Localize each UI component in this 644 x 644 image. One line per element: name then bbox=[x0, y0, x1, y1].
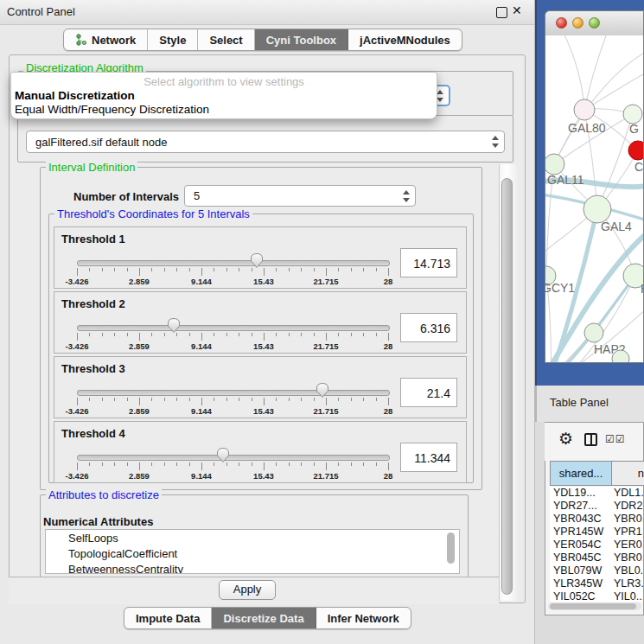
tab-cyni-toolbox[interactable]: Cyni Toolbox bbox=[255, 29, 348, 50]
tick-label: -3.426 bbox=[49, 277, 105, 286]
zoom-traffic-light-icon[interactable] bbox=[589, 17, 600, 29]
slider-thumb[interactable] bbox=[250, 252, 264, 269]
column-header-shared-name[interactable]: shared... bbox=[550, 461, 612, 486]
apply-button[interactable]: Apply bbox=[219, 580, 276, 600]
tick-mark bbox=[189, 268, 190, 271]
table-row[interactable]: YDL19...YDL1... bbox=[550, 487, 643, 500]
table-data-combo[interactable]: galFiltered.sif default node bbox=[26, 131, 505, 153]
tick-label: 28 bbox=[360, 341, 416, 351]
slider-thumb[interactable] bbox=[167, 317, 181, 334]
tick-mark bbox=[338, 333, 339, 336]
table-row[interactable]: YBL079WYBL0... bbox=[550, 564, 643, 577]
attribute-list-item[interactable]: BetweennessCentrality bbox=[46, 561, 459, 574]
threshold-panel: Threshold 2 -3.4262.8599.14415.4321.7152… bbox=[54, 291, 467, 354]
table-row[interactable]: YER054CYER0... bbox=[550, 539, 643, 552]
attribute-list-item[interactable]: TopologicalCoefficient bbox=[46, 545, 459, 561]
checkboxes-icon[interactable]: ☑☑ bbox=[605, 433, 626, 445]
network-node[interactable] bbox=[628, 141, 643, 160]
tab-style[interactable]: Style bbox=[148, 29, 198, 50]
panel-title: Control Panel bbox=[7, 5, 75, 18]
tab-impute-data[interactable]: Impute Data bbox=[124, 608, 212, 628]
tick-mark bbox=[139, 333, 140, 341]
horizontal-scrollbar-thumb[interactable] bbox=[550, 603, 636, 609]
tick-mark bbox=[388, 268, 389, 276]
tick-mark bbox=[189, 333, 190, 336]
slider-thumb[interactable] bbox=[216, 447, 230, 463]
tick-mark bbox=[314, 268, 315, 271]
tick-mark bbox=[314, 398, 315, 401]
node-label: GAL4 bbox=[601, 220, 632, 233]
tick-mark bbox=[289, 268, 290, 271]
network-node[interactable] bbox=[623, 105, 642, 124]
table-rows[interactable]: YDL19...YDL1...YDR27...YDR2...YBR043CYBR… bbox=[550, 487, 643, 602]
threshold-panel: Threshold 3 -3.4262.8599.14415.4321.7152… bbox=[54, 356, 467, 418]
node-label: H bbox=[641, 282, 643, 296]
table-row[interactable]: YPR145WYPR1... bbox=[550, 526, 643, 539]
threshold-label: Threshold 1 bbox=[61, 233, 125, 245]
tab-discretize-data[interactable]: Discretize Data bbox=[212, 608, 316, 628]
threshold-label: Threshold 4 bbox=[61, 427, 125, 440]
menu-item-equal-width-frequency[interactable]: Equal Width/Frequency Discretization bbox=[15, 103, 209, 116]
cell-shared-name: YBR043C bbox=[550, 513, 614, 526]
column-header-name[interactable]: n bbox=[612, 461, 644, 486]
stepper-icon bbox=[402, 190, 410, 202]
tick-mark bbox=[264, 268, 265, 276]
tab-infer-network[interactable]: Infer Network bbox=[316, 608, 411, 628]
threshold-value-field[interactable]: 14.713 bbox=[400, 248, 457, 277]
numerical-attributes-list[interactable]: SelfLoopsTopologicalCoefficientBetweenne… bbox=[45, 529, 460, 574]
tick-label: 28 bbox=[360, 471, 416, 481]
slider-track[interactable] bbox=[77, 390, 390, 396]
table-row[interactable]: YBR043CYBR0... bbox=[550, 513, 643, 526]
tick-mark bbox=[226, 398, 227, 401]
network-node[interactable] bbox=[545, 154, 564, 175]
tick-mark bbox=[164, 268, 165, 271]
slider-track[interactable] bbox=[77, 325, 390, 331]
attribute-list-item[interactable]: SelfLoops bbox=[46, 530, 459, 545]
close-traffic-light-icon[interactable] bbox=[556, 17, 567, 29]
network-window-titlebar[interactable] bbox=[545, 11, 643, 36]
threshold-value-field[interactable]: 6.316 bbox=[400, 313, 457, 342]
gear-icon[interactable]: ⚙ bbox=[558, 430, 573, 447]
float-window-icon[interactable] bbox=[496, 7, 507, 18]
numerical-attributes-label: Numerical Attributes bbox=[43, 515, 153, 528]
list-scrollbar-thumb[interactable] bbox=[447, 532, 455, 564]
tab-network[interactable]: Network bbox=[64, 29, 148, 50]
intervals-value: 5 bbox=[194, 189, 200, 202]
tick-label: -3.426 bbox=[49, 406, 105, 416]
table-row[interactable]: YLR345WYLR3... bbox=[550, 577, 643, 590]
tab-label: Cyni Toolbox bbox=[266, 34, 336, 47]
close-icon[interactable]: ✕ bbox=[512, 3, 522, 17]
menu-item-manual-discretization[interactable]: Manual Discretization bbox=[15, 89, 135, 102]
cell-name: YLR3... bbox=[614, 577, 643, 590]
number-of-intervals-label: Number of Intervals bbox=[73, 190, 179, 203]
table-row[interactable]: YDR27...YDR2... bbox=[550, 500, 643, 513]
tick-mark bbox=[201, 462, 202, 470]
tick-mark bbox=[114, 462, 115, 466]
cell-name: YER0... bbox=[614, 539, 643, 552]
node-label: C bbox=[634, 160, 643, 174]
tick-mark bbox=[139, 268, 140, 276]
scrollbar-thumb[interactable] bbox=[501, 178, 513, 595]
cell-shared-name: YBR045C bbox=[550, 552, 614, 564]
minimize-traffic-light-icon[interactable] bbox=[572, 17, 583, 29]
network-node[interactable] bbox=[584, 323, 603, 342]
split-columns-icon[interactable] bbox=[584, 433, 597, 446]
slider-track[interactable] bbox=[77, 260, 390, 266]
network-canvas[interactable]: GAL80GCGAL11GAL4GCY1HHAP2 bbox=[545, 35, 643, 362]
network-node[interactable] bbox=[574, 99, 595, 120]
slider-track[interactable] bbox=[77, 455, 390, 461]
threshold-value-field[interactable]: 21.4 bbox=[400, 378, 457, 407]
table-row[interactable]: YBR045CYBR0... bbox=[550, 552, 643, 564]
tab-select[interactable]: Select bbox=[198, 29, 254, 50]
threshold-list: Threshold 1 -3.4262.8599.14415.4321.7152… bbox=[54, 226, 467, 486]
group-title: Threshold's Coordinates for 5 Intervals bbox=[54, 207, 252, 220]
tick-mark bbox=[351, 462, 352, 466]
threshold-value-field[interactable]: 11.344 bbox=[400, 443, 457, 472]
table-row[interactable]: YIL052CYIL0... bbox=[550, 590, 643, 602]
tab-jactivemnodules[interactable]: jActiveMNodules bbox=[348, 29, 462, 50]
tick-mark bbox=[338, 462, 339, 466]
number-of-intervals-combo[interactable]: 5 bbox=[184, 185, 416, 207]
tick-mark bbox=[114, 333, 115, 336]
slider-thumb[interactable] bbox=[316, 382, 329, 399]
cell-shared-name: YBL079W bbox=[550, 564, 614, 577]
